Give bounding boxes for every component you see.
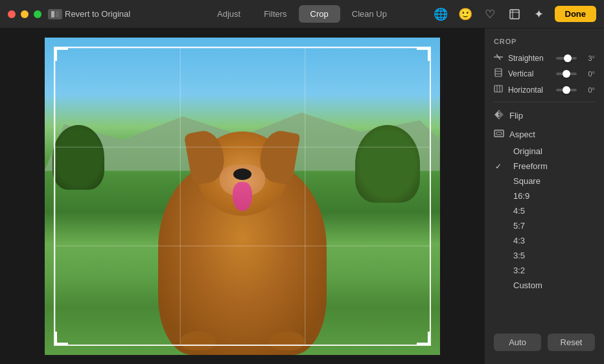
vertical-thumb[interactable] [563,70,570,78]
straighten-icon [494,53,504,63]
checkmark-3-5 [495,251,505,260]
horizontal-thumb[interactable] [563,86,570,94]
aspect-label: Aspect [509,130,535,139]
aspect-custom-label: Custom [513,280,542,290]
globe-icon[interactable]: 🌐 [432,5,450,23]
panel-title: CROP [485,35,604,51]
svg-rect-10 [494,85,502,92]
aspect-16-9[interactable]: 16:9 [485,188,604,203]
done-button[interactable]: Done [555,6,597,22]
checkmark-5-7 [495,222,505,231]
vertical-icon [494,68,504,79]
aspect-3-5[interactable]: 3:5 [485,248,604,263]
photo-background [45,38,440,355]
flip-row[interactable]: Flip [485,106,604,125]
main-content: CROP Straighten 3° [0,28,604,364]
toolbar-right: 🌐 🙂 ♡ ✦ Done [432,5,597,23]
svg-rect-2 [510,10,519,19]
revert-button[interactable]: Revert to Original [65,9,130,19]
aspect-4-5[interactable]: 4:5 [485,203,604,218]
magic-wand-icon[interactable]: ✦ [530,5,548,23]
nav-tabs: Adjust Filters Crop Clean Up [205,5,399,23]
view-single-icon[interactable] [48,9,62,19]
aspect-section: Original ✓ Freeform Square 16:9 4:5 5:7 [485,144,604,293]
right-panel: CROP Straighten 3° [484,28,604,364]
photo-tree-left [52,125,104,190]
aspect-16-9-label: 16:9 [513,191,529,201]
traffic-lights [8,10,41,18]
view-controls [48,9,62,19]
aspect-row[interactable]: Aspect [485,125,604,144]
horizontal-slider[interactable] [556,89,577,91]
horizontal-label: Horizontal [508,85,552,95]
svg-rect-7 [495,69,502,76]
vertical-row: Vertical 0° [485,65,604,82]
aspect-freeform-label: Freeform [513,161,548,171]
titlebar: Revert to Original Adjust Filters Crop C… [0,0,604,28]
aspect-custom[interactable]: Custom [485,278,604,293]
photo-area [0,28,484,364]
tab-cleanup[interactable]: Clean Up [340,5,399,23]
aspect-original-label: Original [513,146,542,156]
aspect-original[interactable]: Original [485,144,604,159]
aspect-4-5-label: 4:5 [513,206,525,216]
checkmark-custom [495,281,505,290]
aspect-square-label: Square [513,176,540,186]
straighten-slider[interactable] [556,57,577,60]
checkmark-4-5 [495,207,505,216]
heart-icon[interactable]: ♡ [481,5,499,23]
straighten-value: 3° [581,54,595,62]
maximize-button[interactable] [34,10,41,18]
aspect-3-2[interactable]: 3:2 [485,263,604,278]
straighten-row: Straighten 3° [485,51,604,65]
svg-rect-15 [496,132,502,135]
checkmark-3-2 [495,266,505,275]
vertical-slider[interactable] [556,73,577,75]
svg-rect-14 [494,130,504,137]
tab-adjust[interactable]: Adjust [205,5,252,23]
aspect-4-3[interactable]: 4:3 [485,233,604,248]
divider-1 [494,102,595,102]
checkmark-freeform: ✓ [495,162,505,171]
svg-rect-1 [56,11,59,17]
dog-figure [139,115,346,355]
photo-tree-right [355,125,420,203]
aspect-5-7[interactable]: 5:7 [485,218,604,233]
horizontal-row: Horizontal 0° [485,82,604,98]
aspect-freeform[interactable]: ✓ Freeform [485,159,604,174]
flip-label: Flip [509,111,523,120]
straighten-thumb[interactable] [564,54,572,62]
aspect-square[interactable]: Square [485,174,604,188]
horizontal-value: 0° [581,86,595,94]
aspect-3-5-label: 3:5 [513,251,525,260]
aspect-icon [494,129,504,140]
crop-frame-icon[interactable] [505,5,524,23]
checkmark-square [495,177,505,186]
minimize-button[interactable] [21,10,29,18]
close-button[interactable] [8,10,16,18]
tab-crop[interactable]: Crop [299,5,340,23]
checkmark-16-9 [495,192,505,201]
auto-button[interactable]: Auto [494,334,541,351]
reset-button[interactable]: Reset [548,334,595,351]
vertical-value: 0° [581,70,595,78]
checkmark-4-3 [495,236,505,245]
panel-bottom-buttons: Auto Reset [485,327,604,358]
straighten-label: Straighten [508,54,552,63]
vertical-label: Vertical [508,69,552,78]
svg-rect-0 [51,11,54,17]
aspect-5-7-label: 5:7 [513,221,525,231]
horizontal-icon [494,84,504,95]
flip-icon [494,110,504,121]
aspect-3-2-label: 3:2 [513,266,525,275]
checkmark-original [495,147,505,156]
aspect-4-3-label: 4:3 [513,236,525,245]
photo-container [45,38,440,355]
tab-filters[interactable]: Filters [252,5,298,23]
emoji-icon[interactable]: 🙂 [456,5,474,23]
